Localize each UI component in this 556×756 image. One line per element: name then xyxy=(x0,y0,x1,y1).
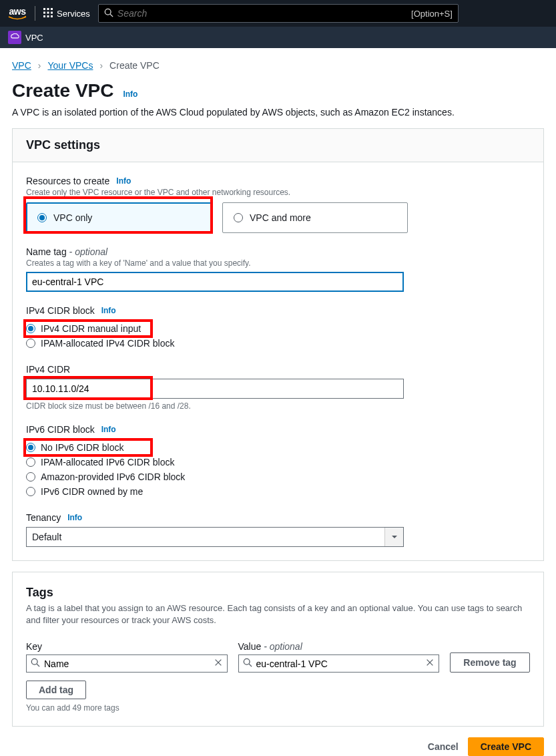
create-vpc-button[interactable]: Create VPC xyxy=(468,737,544,756)
radio-ipv4-manual-label: IPv4 CIDR manual input xyxy=(41,323,141,334)
svg-rect-3 xyxy=(43,11,45,13)
vpc-settings-header: VPC settings xyxy=(13,129,543,162)
aws-logo[interactable]: aws xyxy=(8,7,27,20)
tenancy-label: Tenancy xyxy=(26,512,61,523)
tenancy-info-link[interactable]: Info xyxy=(67,513,82,522)
footer-actions: Cancel Create VPC xyxy=(12,727,544,756)
sub-nav: VPC xyxy=(0,27,556,48)
svg-rect-8 xyxy=(51,15,53,17)
vpc-service-label[interactable]: VPC xyxy=(25,33,43,43)
radio-ipv6-ipam-label: IPAM-allocated IPv6 CIDR block xyxy=(41,457,174,467)
more-tags-text: You can add 49 more tags xyxy=(26,703,530,713)
page-info-link[interactable]: Info xyxy=(123,89,137,99)
ipv4-block-info-link[interactable]: Info xyxy=(101,306,116,315)
name-tag-label: Name tag xyxy=(26,246,67,257)
resources-help: Create only the VPC resource or the VPC … xyxy=(26,188,530,197)
svg-line-12 xyxy=(37,665,39,667)
vpc-settings-panel: VPC settings Resources to create Info Cr… xyxy=(12,128,544,561)
resources-info-link[interactable]: Info xyxy=(116,176,131,186)
svg-rect-0 xyxy=(43,8,45,10)
tenancy-select[interactable]: Default xyxy=(26,527,404,547)
tile-vpc-and-more[interactable]: VPC and more xyxy=(222,202,408,233)
radio-icon xyxy=(37,213,47,222)
clear-icon[interactable] xyxy=(425,658,435,669)
ipv4-cidr-help: CIDR block size must be between /16 and … xyxy=(26,401,530,411)
breadcrumb-your-vpcs[interactable]: Your VPCs xyxy=(47,60,93,71)
radio-ipv6-owned-label: IPv6 CIDR owned by me xyxy=(41,486,143,497)
name-tag-help: Creates a tag with a key of 'Name' and a… xyxy=(26,258,530,268)
radio-ipv6-none-label: No IPv6 CIDR block xyxy=(41,442,123,453)
services-label: Services xyxy=(57,9,90,19)
radio-ipv6-none[interactable]: No IPv6 CIDR block xyxy=(26,440,530,455)
services-menu[interactable]: Services xyxy=(43,8,90,19)
tile-vpc-more-label: VPC and more xyxy=(250,212,311,223)
search-input[interactable] xyxy=(117,8,407,19)
search-shortcut: [Option+S] xyxy=(411,9,453,19)
svg-rect-6 xyxy=(43,15,45,17)
tag-key-input[interactable] xyxy=(44,658,210,669)
radio-ipv4-manual[interactable]: IPv4 CIDR manual input xyxy=(26,321,530,336)
radio-icon xyxy=(26,472,35,482)
name-tag-optional: - optional xyxy=(69,246,108,257)
svg-point-15 xyxy=(244,659,250,665)
search-icon xyxy=(31,658,40,669)
search-bar[interactable]: [Option+S] xyxy=(98,4,459,23)
svg-rect-4 xyxy=(47,11,49,13)
radio-icon xyxy=(26,487,35,496)
page-description: A VPC is an isolated portion of the AWS … xyxy=(12,107,544,118)
breadcrumb-current: Create VPC xyxy=(109,60,160,71)
ipv4-cidr-input[interactable] xyxy=(26,379,404,399)
nav-divider xyxy=(35,6,35,21)
name-tag-input[interactable] xyxy=(26,272,404,292)
radio-ipv4-ipam[interactable]: IPAM-allocated IPv4 CIDR block xyxy=(26,336,530,351)
radio-ipv6-amazon-label: Amazon-provided IPv6 CIDR block xyxy=(41,471,185,482)
tags-description: A tag is a label that you assign to an A… xyxy=(26,602,530,626)
radio-icon xyxy=(234,213,243,222)
top-nav: aws Services [Option+S] xyxy=(0,0,556,27)
radio-icon xyxy=(26,443,35,452)
vpc-service-icon xyxy=(8,31,21,44)
ipv4-cidr-label: IPv4 CIDR xyxy=(26,364,70,375)
page-title: Create VPC xyxy=(12,80,114,102)
breadcrumb-vpc[interactable]: VPC xyxy=(12,60,31,71)
tags-panel: Tags A tag is a label that you assign to… xyxy=(12,572,544,727)
tag-value-input[interactable] xyxy=(256,658,422,669)
grid-icon xyxy=(43,8,53,19)
radio-icon xyxy=(26,324,35,333)
svg-rect-7 xyxy=(47,15,49,17)
resources-label: Resources to create xyxy=(26,176,109,186)
breadcrumb: VPC › Your VPCs › Create VPC xyxy=(12,60,544,71)
tag-value-label: Value xyxy=(238,641,262,652)
cancel-button[interactable]: Cancel xyxy=(428,741,459,752)
svg-rect-2 xyxy=(51,8,53,10)
radio-ipv6-ipam[interactable]: IPAM-allocated IPv6 CIDR block xyxy=(26,455,530,469)
tile-vpc-only[interactable]: VPC only xyxy=(26,202,212,233)
tile-vpc-only-label: VPC only xyxy=(53,212,92,223)
tag-key-input-wrap[interactable] xyxy=(26,654,228,673)
ipv4-block-label: IPv4 CIDR block xyxy=(26,305,95,316)
remove-tag-button[interactable]: Remove tag xyxy=(450,652,530,673)
chevron-right-icon: › xyxy=(38,60,41,71)
tag-value-input-wrap[interactable] xyxy=(238,654,440,673)
add-tag-button[interactable]: Add tag xyxy=(26,681,86,699)
ipv6-block-label: IPv6 CIDR block xyxy=(26,424,95,435)
svg-rect-5 xyxy=(51,11,53,13)
svg-rect-1 xyxy=(47,8,49,10)
tag-value-optional: - optional xyxy=(264,641,302,652)
search-icon xyxy=(104,8,113,19)
radio-ipv6-owned[interactable]: IPv6 CIDR owned by me xyxy=(26,484,530,499)
svg-line-16 xyxy=(249,665,252,667)
radio-ipv4-ipam-label: IPAM-allocated IPv4 CIDR block xyxy=(41,338,174,349)
radio-icon xyxy=(26,457,35,467)
chevron-right-icon: › xyxy=(99,60,103,71)
svg-point-11 xyxy=(31,659,37,665)
tags-header: Tags xyxy=(26,586,530,600)
radio-ipv6-amazon[interactable]: Amazon-provided IPv6 CIDR block xyxy=(26,469,530,484)
svg-point-9 xyxy=(105,9,111,15)
clear-icon[interactable] xyxy=(214,658,223,669)
search-icon xyxy=(243,658,252,669)
ipv6-block-info-link[interactable]: Info xyxy=(101,425,116,434)
svg-line-10 xyxy=(110,14,113,17)
tag-key-label: Key xyxy=(26,641,228,652)
radio-icon xyxy=(26,339,35,348)
